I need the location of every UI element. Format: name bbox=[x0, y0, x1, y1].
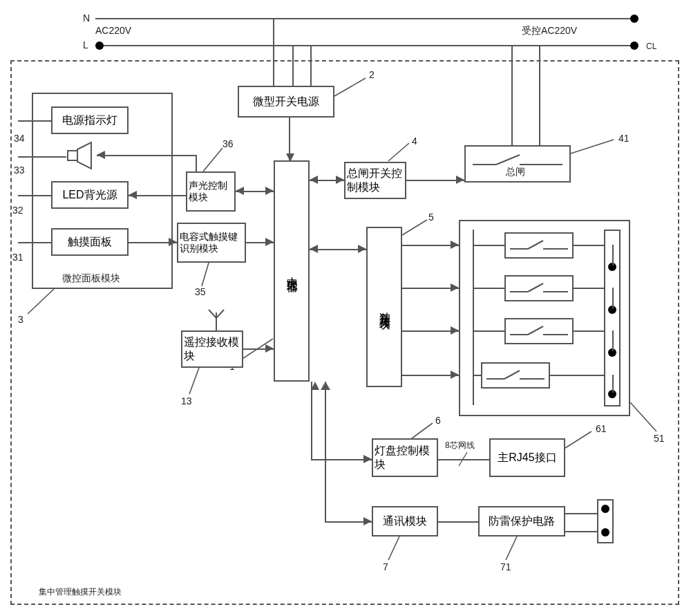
lightning-label: 防雷保护电路 bbox=[489, 514, 555, 529]
main-ctrl-block: 总闸开关控制模块 bbox=[344, 162, 406, 199]
touch-panel-label: 触摸面板 bbox=[68, 235, 112, 250]
svg-line-9 bbox=[528, 283, 543, 292]
svg-line-6 bbox=[528, 241, 543, 249]
svg-line-12 bbox=[528, 326, 543, 335]
sound-light-to-speaker-v bbox=[196, 155, 197, 171]
ref-remote-rx: 13 bbox=[181, 395, 192, 407]
ref-touch-panel: 31 bbox=[12, 252, 23, 263]
rj45-block: 主RJ45接口 bbox=[489, 438, 565, 477]
svg-rect-0 bbox=[68, 151, 77, 160]
power-led-leader bbox=[18, 120, 51, 122]
cap-touch-label: 电容式触摸键识别模块 bbox=[180, 231, 243, 255]
cap-touch-block: 电容式触摸键识别模块 bbox=[177, 223, 246, 263]
ref-speaker: 33 bbox=[14, 165, 25, 176]
main-switch-label: 总闸 bbox=[506, 166, 525, 178]
controlled-ac220v-label: 受控AC220V bbox=[522, 25, 577, 37]
cpu-block: 中央处理器 bbox=[274, 160, 310, 382]
wire-l-terminal-right bbox=[630, 41, 638, 50]
ref-outlet-group: 51 bbox=[654, 433, 665, 444]
ref-sound-light: 36 bbox=[223, 138, 234, 149]
speaker-icon bbox=[64, 141, 98, 171]
lightning-block: 防雷保护电路 bbox=[478, 506, 565, 536]
ref-psu: 2 bbox=[369, 69, 375, 80]
indep-switch-block: 独立开关模块 bbox=[366, 227, 402, 387]
ref-rj45: 61 bbox=[596, 423, 607, 434]
led-backlight-leader bbox=[18, 195, 51, 196]
module-frame-title: 集中管理触摸开关模块 bbox=[39, 586, 122, 598]
ethernet-note: 8芯网线 bbox=[445, 440, 475, 451]
comm-block: 通讯模块 bbox=[372, 506, 438, 536]
ref-power-led: 34 bbox=[14, 133, 25, 144]
cpu-label: 中央处理器 bbox=[285, 268, 299, 274]
touch-panel-block: 触摸面板 bbox=[51, 228, 129, 256]
svg-marker-1 bbox=[77, 142, 91, 169]
wire-l bbox=[95, 45, 634, 46]
outlet-bus bbox=[473, 230, 474, 405]
panel-module-label: 微控面板模块 bbox=[62, 272, 120, 285]
remote-rx-label: 遥控接收模块 bbox=[184, 335, 240, 363]
antenna-icon bbox=[209, 308, 224, 332]
wire-n bbox=[95, 18, 634, 19]
power-led-label: 电源指示灯 bbox=[62, 113, 117, 128]
power-led-block: 电源指示灯 bbox=[51, 106, 129, 134]
wire-n-terminal bbox=[630, 15, 638, 23]
remote-rx-block: 遥控接收模块 bbox=[181, 330, 243, 368]
indep-switch-label: 独立开关模块 bbox=[377, 303, 392, 311]
sound-light-to-led-h bbox=[129, 195, 186, 196]
wire-l-label: L bbox=[83, 39, 88, 50]
psu-block: 微型开关电源 bbox=[238, 86, 334, 118]
led-backlight-label: LED背光源 bbox=[62, 188, 117, 203]
ref-main-ctrl: 4 bbox=[412, 136, 417, 147]
sound-light-label: 声光控制模块 bbox=[189, 180, 233, 204]
led-backlight-block: LED背光源 bbox=[51, 181, 129, 209]
ref-led-bl: 32 bbox=[12, 205, 23, 216]
touch-panel-leader bbox=[18, 242, 51, 243]
sound-light-to-speaker-h bbox=[97, 155, 197, 156]
ac220v-label: AC220V bbox=[95, 25, 131, 36]
sound-light-block: 声光控制模块 bbox=[186, 171, 236, 212]
main-ctrl-label: 总闸开关控制模块 bbox=[347, 167, 404, 194]
cpu-to-lamp-h bbox=[311, 459, 372, 460]
lamp-ctrl-label: 灯盘控制模块 bbox=[375, 444, 435, 472]
rj45-label: 主RJ45接口 bbox=[498, 451, 556, 465]
ref-comm: 7 bbox=[383, 561, 388, 572]
ref-lightning: 71 bbox=[500, 561, 511, 572]
ref-lamp-ctrl: 6 bbox=[435, 415, 441, 426]
wire-cl-label: CL bbox=[646, 41, 656, 51]
wire-l-terminal-left bbox=[95, 41, 104, 50]
comm-to-lightning bbox=[438, 521, 478, 523]
lamp-ctrl-block: 灯盘控制模块 bbox=[372, 438, 438, 477]
ref-panel-module: 3 bbox=[18, 314, 23, 325]
wire-n-label: N bbox=[83, 12, 90, 24]
psu-label: 微型开关电源 bbox=[253, 95, 319, 109]
svg-line-17 bbox=[459, 452, 467, 466]
ref-indep-switch: 5 bbox=[428, 212, 434, 223]
svg-line-15 bbox=[504, 371, 520, 379]
cpu-to-lamp-v bbox=[311, 382, 312, 459]
ref-main-switch: 41 bbox=[618, 133, 630, 144]
cpu-to-comm-v bbox=[325, 382, 326, 521]
speaker-leader bbox=[18, 156, 66, 158]
comm-label: 通讯模块 bbox=[383, 514, 427, 529]
ref-cap-touch: 35 bbox=[195, 286, 206, 297]
svg-line-3 bbox=[496, 155, 520, 165]
